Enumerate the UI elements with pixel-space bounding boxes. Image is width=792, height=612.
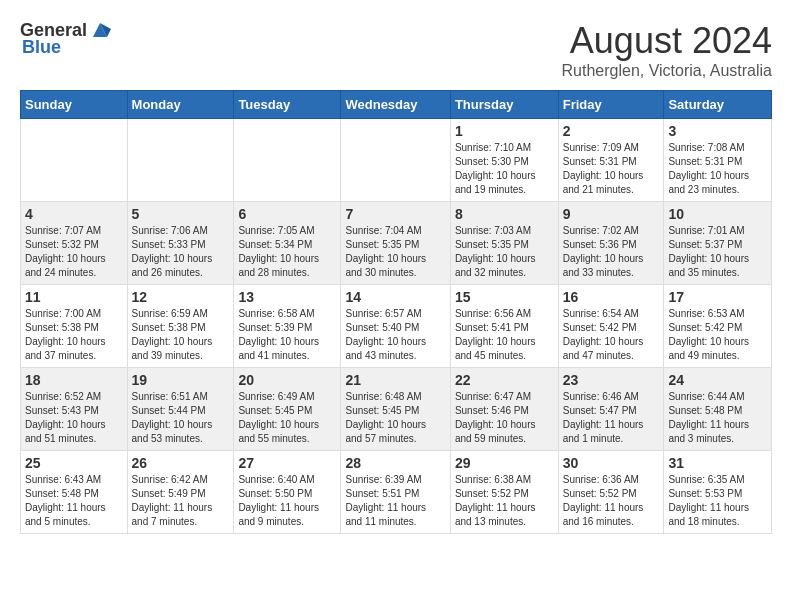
day-info: Sunrise: 6:56 AMSunset: 5:41 PMDaylight:… — [455, 307, 554, 363]
calendar-cell: 7Sunrise: 7:04 AMSunset: 5:35 PMDaylight… — [341, 202, 450, 285]
day-info: Sunrise: 6:35 AMSunset: 5:53 PMDaylight:… — [668, 473, 767, 529]
calendar-row-week1: 1Sunrise: 7:10 AMSunset: 5:30 PMDaylight… — [21, 119, 772, 202]
day-number: 31 — [668, 455, 767, 471]
calendar-cell: 8Sunrise: 7:03 AMSunset: 5:35 PMDaylight… — [450, 202, 558, 285]
subtitle: Rutherglen, Victoria, Australia — [562, 62, 772, 80]
day-number: 11 — [25, 289, 123, 305]
calendar-cell: 30Sunrise: 6:36 AMSunset: 5:52 PMDayligh… — [558, 451, 664, 534]
calendar-cell — [341, 119, 450, 202]
day-info: Sunrise: 6:40 AMSunset: 5:50 PMDaylight:… — [238, 473, 336, 529]
day-number: 29 — [455, 455, 554, 471]
calendar-cell: 17Sunrise: 6:53 AMSunset: 5:42 PMDayligh… — [664, 285, 772, 368]
col-monday: Monday — [127, 91, 234, 119]
calendar-cell: 21Sunrise: 6:48 AMSunset: 5:45 PMDayligh… — [341, 368, 450, 451]
day-info: Sunrise: 6:51 AMSunset: 5:44 PMDaylight:… — [132, 390, 230, 446]
calendar-cell: 20Sunrise: 6:49 AMSunset: 5:45 PMDayligh… — [234, 368, 341, 451]
day-number: 5 — [132, 206, 230, 222]
calendar-row-week5: 25Sunrise: 6:43 AMSunset: 5:48 PMDayligh… — [21, 451, 772, 534]
main-title: August 2024 — [562, 20, 772, 62]
calendar-cell: 11Sunrise: 7:00 AMSunset: 5:38 PMDayligh… — [21, 285, 128, 368]
calendar-table: Sunday Monday Tuesday Wednesday Thursday… — [20, 90, 772, 534]
day-info: Sunrise: 6:52 AMSunset: 5:43 PMDaylight:… — [25, 390, 123, 446]
day-number: 1 — [455, 123, 554, 139]
calendar-cell — [127, 119, 234, 202]
day-info: Sunrise: 6:42 AMSunset: 5:49 PMDaylight:… — [132, 473, 230, 529]
calendar-cell — [21, 119, 128, 202]
day-number: 4 — [25, 206, 123, 222]
col-friday: Friday — [558, 91, 664, 119]
day-number: 3 — [668, 123, 767, 139]
calendar-cell: 25Sunrise: 6:43 AMSunset: 5:48 PMDayligh… — [21, 451, 128, 534]
day-info: Sunrise: 6:58 AMSunset: 5:39 PMDaylight:… — [238, 307, 336, 363]
title-block: August 2024 Rutherglen, Victoria, Austra… — [562, 20, 772, 80]
calendar-cell: 1Sunrise: 7:10 AMSunset: 5:30 PMDaylight… — [450, 119, 558, 202]
calendar-cell: 26Sunrise: 6:42 AMSunset: 5:49 PMDayligh… — [127, 451, 234, 534]
calendar-cell: 12Sunrise: 6:59 AMSunset: 5:38 PMDayligh… — [127, 285, 234, 368]
day-number: 26 — [132, 455, 230, 471]
calendar-cell: 4Sunrise: 7:07 AMSunset: 5:32 PMDaylight… — [21, 202, 128, 285]
day-info: Sunrise: 7:04 AMSunset: 5:35 PMDaylight:… — [345, 224, 445, 280]
day-info: Sunrise: 6:54 AMSunset: 5:42 PMDaylight:… — [563, 307, 660, 363]
day-info: Sunrise: 6:47 AMSunset: 5:46 PMDaylight:… — [455, 390, 554, 446]
day-info: Sunrise: 6:57 AMSunset: 5:40 PMDaylight:… — [345, 307, 445, 363]
day-info: Sunrise: 6:48 AMSunset: 5:45 PMDaylight:… — [345, 390, 445, 446]
calendar-cell: 3Sunrise: 7:08 AMSunset: 5:31 PMDaylight… — [664, 119, 772, 202]
calendar-cell: 22Sunrise: 6:47 AMSunset: 5:46 PMDayligh… — [450, 368, 558, 451]
day-info: Sunrise: 6:39 AMSunset: 5:51 PMDaylight:… — [345, 473, 445, 529]
day-info: Sunrise: 7:00 AMSunset: 5:38 PMDaylight:… — [25, 307, 123, 363]
day-info: Sunrise: 6:38 AMSunset: 5:52 PMDaylight:… — [455, 473, 554, 529]
calendar-cell: 28Sunrise: 6:39 AMSunset: 5:51 PMDayligh… — [341, 451, 450, 534]
day-number: 6 — [238, 206, 336, 222]
day-number: 15 — [455, 289, 554, 305]
calendar-cell: 2Sunrise: 7:09 AMSunset: 5:31 PMDaylight… — [558, 119, 664, 202]
calendar-cell: 18Sunrise: 6:52 AMSunset: 5:43 PMDayligh… — [21, 368, 128, 451]
day-number: 28 — [345, 455, 445, 471]
calendar-cell: 23Sunrise: 6:46 AMSunset: 5:47 PMDayligh… — [558, 368, 664, 451]
logo-icon — [89, 19, 111, 41]
col-wednesday: Wednesday — [341, 91, 450, 119]
day-number: 9 — [563, 206, 660, 222]
day-number: 14 — [345, 289, 445, 305]
day-number: 30 — [563, 455, 660, 471]
day-number: 23 — [563, 372, 660, 388]
col-tuesday: Tuesday — [234, 91, 341, 119]
day-number: 21 — [345, 372, 445, 388]
col-thursday: Thursday — [450, 91, 558, 119]
day-info: Sunrise: 7:08 AMSunset: 5:31 PMDaylight:… — [668, 141, 767, 197]
calendar-row-week3: 11Sunrise: 7:00 AMSunset: 5:38 PMDayligh… — [21, 285, 772, 368]
day-info: Sunrise: 7:05 AMSunset: 5:34 PMDaylight:… — [238, 224, 336, 280]
day-info: Sunrise: 6:59 AMSunset: 5:38 PMDaylight:… — [132, 307, 230, 363]
day-info: Sunrise: 7:02 AMSunset: 5:36 PMDaylight:… — [563, 224, 660, 280]
day-number: 12 — [132, 289, 230, 305]
calendar-cell: 16Sunrise: 6:54 AMSunset: 5:42 PMDayligh… — [558, 285, 664, 368]
day-number: 25 — [25, 455, 123, 471]
page-header: General Blue August 2024 Rutherglen, Vic… — [20, 20, 772, 80]
day-number: 22 — [455, 372, 554, 388]
calendar-cell: 31Sunrise: 6:35 AMSunset: 5:53 PMDayligh… — [664, 451, 772, 534]
day-number: 10 — [668, 206, 767, 222]
calendar-cell: 9Sunrise: 7:02 AMSunset: 5:36 PMDaylight… — [558, 202, 664, 285]
col-sunday: Sunday — [21, 91, 128, 119]
day-info: Sunrise: 7:09 AMSunset: 5:31 PMDaylight:… — [563, 141, 660, 197]
col-saturday: Saturday — [664, 91, 772, 119]
calendar-cell: 14Sunrise: 6:57 AMSunset: 5:40 PMDayligh… — [341, 285, 450, 368]
calendar-header-row: Sunday Monday Tuesday Wednesday Thursday… — [21, 91, 772, 119]
day-number: 16 — [563, 289, 660, 305]
calendar-cell: 5Sunrise: 7:06 AMSunset: 5:33 PMDaylight… — [127, 202, 234, 285]
day-info: Sunrise: 7:01 AMSunset: 5:37 PMDaylight:… — [668, 224, 767, 280]
day-number: 8 — [455, 206, 554, 222]
day-number: 20 — [238, 372, 336, 388]
calendar-cell — [234, 119, 341, 202]
calendar-cell: 10Sunrise: 7:01 AMSunset: 5:37 PMDayligh… — [664, 202, 772, 285]
logo-blue: Blue — [22, 37, 61, 58]
day-info: Sunrise: 6:46 AMSunset: 5:47 PMDaylight:… — [563, 390, 660, 446]
calendar-cell: 13Sunrise: 6:58 AMSunset: 5:39 PMDayligh… — [234, 285, 341, 368]
day-number: 17 — [668, 289, 767, 305]
calendar-cell: 19Sunrise: 6:51 AMSunset: 5:44 PMDayligh… — [127, 368, 234, 451]
calendar-cell: 27Sunrise: 6:40 AMSunset: 5:50 PMDayligh… — [234, 451, 341, 534]
day-number: 27 — [238, 455, 336, 471]
calendar-cell: 6Sunrise: 7:05 AMSunset: 5:34 PMDaylight… — [234, 202, 341, 285]
day-number: 24 — [668, 372, 767, 388]
day-info: Sunrise: 7:06 AMSunset: 5:33 PMDaylight:… — [132, 224, 230, 280]
calendar-cell: 24Sunrise: 6:44 AMSunset: 5:48 PMDayligh… — [664, 368, 772, 451]
